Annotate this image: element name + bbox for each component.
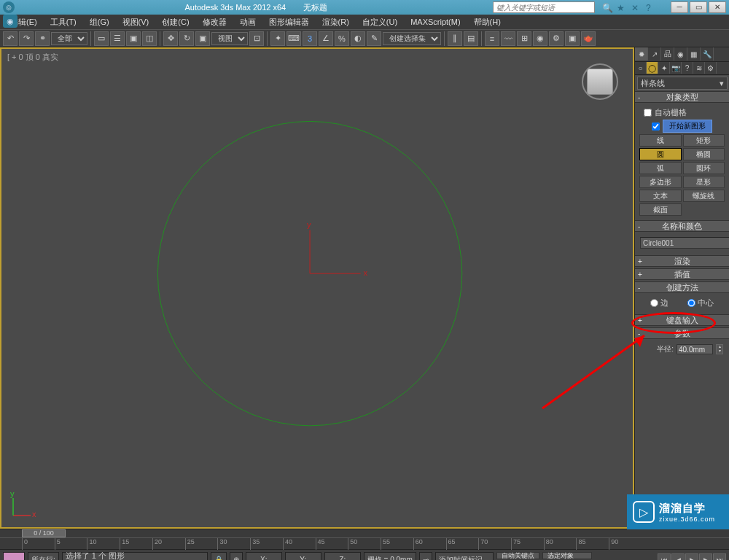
radio-center[interactable]: [687, 299, 695, 307]
rollout-interpolation[interactable]: +插值: [635, 268, 729, 280]
time-tag-button[interactable]: ⊸: [419, 552, 432, 561]
btn-text[interactable]: 文本: [639, 190, 682, 202]
menu-tools[interactable]: 工具(T): [44, 15, 82, 29]
mirror-button[interactable]: ∥: [448, 31, 462, 46]
exchange-icon[interactable]: ✕: [631, 3, 640, 12]
help-search-input[interactable]: [493, 1, 595, 13]
lock-selection-button[interactable]: 🔒: [211, 552, 227, 561]
rotate-button[interactable]: ↻: [179, 31, 194, 46]
render-setup-button[interactable]: ⚙: [549, 31, 564, 46]
tab-modify[interactable]: ↗: [648, 47, 661, 61]
selection-filter-dropdown[interactable]: 全部: [51, 32, 87, 45]
radius-spinner[interactable]: ▴▾: [716, 344, 723, 354]
btn-circle[interactable]: 圆: [639, 148, 682, 160]
radius-input[interactable]: [677, 344, 713, 354]
menu-modifiers[interactable]: 修改器: [197, 15, 233, 29]
autokey-button[interactable]: 自动关键点: [496, 552, 539, 559]
cat-helpers[interactable]: ?: [682, 62, 693, 74]
next-frame-button[interactable]: ▶: [699, 553, 712, 561]
autogrid-checkbox[interactable]: [644, 109, 652, 117]
start-new-shape-button[interactable]: 开始新图形: [663, 120, 712, 133]
align-button[interactable]: ▤: [464, 31, 478, 46]
rollout-object-type[interactable]: -对象类型: [635, 91, 729, 103]
btn-ngon[interactable]: 多边形: [639, 176, 682, 188]
radio-edge-label[interactable]: 边: [650, 298, 668, 308]
spinner-snap-button[interactable]: ◐: [351, 31, 365, 46]
btn-arc[interactable]: 弧: [639, 162, 682, 174]
btn-line[interactable]: 线: [639, 134, 682, 147]
tab-motion[interactable]: ◉: [674, 47, 687, 61]
undo-button[interactable]: ↶: [3, 31, 17, 46]
cat-geometry[interactable]: ○: [635, 62, 647, 74]
cat-lights[interactable]: ✦: [658, 62, 670, 74]
edit-named-sel-button[interactable]: ✎: [367, 31, 381, 46]
named-selection-dropdown[interactable]: 创建选择集: [383, 32, 441, 45]
curve-editor-button[interactable]: 〰: [501, 31, 515, 46]
menu-group[interactable]: 组(G): [84, 15, 115, 29]
menu-customize[interactable]: 自定义(U): [356, 15, 403, 29]
btn-rectangle[interactable]: 矩形: [683, 134, 725, 147]
time-slider-thumb[interactable]: 0 / 100: [22, 529, 66, 537]
viewcube-ring-icon[interactable]: [582, 63, 618, 100]
rollout-keyboard-entry[interactable]: +键盘输入: [635, 314, 729, 326]
object-name-input[interactable]: [640, 237, 729, 249]
window-crossing-button[interactable]: ◫: [142, 31, 157, 46]
script-listener-mini[interactable]: [3, 552, 25, 561]
btn-section[interactable]: 截面: [639, 203, 682, 216]
render-button[interactable]: 🫖: [581, 31, 596, 46]
tab-display[interactable]: ▦: [687, 47, 701, 61]
cat-shapes[interactable]: ◯: [647, 62, 658, 74]
cat-cameras[interactable]: 📷: [670, 62, 682, 74]
menu-maxscript[interactable]: MAXScript(M): [405, 16, 466, 28]
rollout-name-color[interactable]: -名称和颜色: [635, 220, 729, 232]
play-button[interactable]: ▶: [685, 553, 698, 561]
radio-center-label[interactable]: 中心: [687, 298, 714, 308]
manipulate-button[interactable]: ✦: [270, 31, 285, 46]
menu-rendering[interactable]: 渲染(R): [316, 15, 355, 29]
menu-animation[interactable]: 动画: [234, 15, 262, 29]
coord-z[interactable]: Z:: [324, 552, 361, 561]
coord-x[interactable]: X:: [246, 552, 282, 561]
menu-graph-editors[interactable]: 图形编辑器: [263, 15, 315, 29]
start-new-shape-checkbox[interactable]: [652, 122, 660, 131]
menu-help[interactable]: 帮助(H): [468, 15, 507, 29]
tab-utilities[interactable]: 🔧: [701, 47, 714, 61]
minimize-button[interactable]: ─: [671, 1, 688, 13]
btn-ellipse[interactable]: 椭圆: [683, 148, 725, 160]
rollout-parameters[interactable]: -参数: [635, 327, 729, 339]
application-menu-button[interactable]: ◉: [3, 15, 17, 28]
add-time-tag[interactable]: 添加时间标记: [435, 552, 494, 561]
tab-create[interactable]: ✹: [635, 47, 648, 61]
link-button[interactable]: ⚭: [35, 31, 50, 46]
maximize-button[interactable]: ▭: [690, 1, 707, 13]
btn-donut[interactable]: 圆环: [683, 162, 725, 174]
select-region-button[interactable]: ▣: [126, 31, 141, 46]
ref-coord-dropdown[interactable]: 视图: [211, 32, 248, 45]
sub-icon[interactable]: ★: [617, 3, 625, 12]
schematic-button[interactable]: ⊞: [517, 31, 531, 46]
scale-button[interactable]: ▣: [195, 31, 210, 46]
angle-snap-button[interactable]: ∠: [319, 31, 333, 46]
time-slider[interactable]: 0 / 100: [0, 529, 729, 537]
rollout-render[interactable]: +渲染: [635, 255, 729, 267]
help-icon[interactable]: ?: [646, 3, 655, 12]
select-name-button[interactable]: ☰: [110, 31, 125, 46]
viewport-top[interactable]: [ + 0 顶 0 真实 x y x y: [0, 47, 634, 529]
goto-start-button[interactable]: ⏮: [658, 553, 671, 561]
close-button[interactable]: ✕: [709, 1, 726, 13]
tab-hierarchy[interactable]: 品: [661, 47, 674, 61]
rendered-frame-button[interactable]: ▣: [565, 31, 580, 46]
transform-mode-icon[interactable]: ⊕: [230, 552, 243, 561]
snap-toggle-button[interactable]: 3: [303, 31, 317, 46]
prev-frame-button[interactable]: ◀: [671, 553, 685, 561]
menu-create[interactable]: 创建(C): [156, 15, 195, 29]
layers-button[interactable]: ≡: [485, 31, 499, 46]
btn-star[interactable]: 星形: [683, 176, 725, 188]
material-editor-button[interactable]: ◉: [533, 31, 547, 46]
percent-snap-button[interactable]: %: [335, 31, 349, 46]
select-object-button[interactable]: ▭: [94, 31, 109, 46]
menu-views[interactable]: 视图(V): [117, 15, 155, 29]
coord-y[interactable]: Y:: [285, 552, 321, 561]
search-icon[interactable]: 🔍: [602, 3, 611, 12]
redo-button[interactable]: ↷: [19, 31, 34, 46]
